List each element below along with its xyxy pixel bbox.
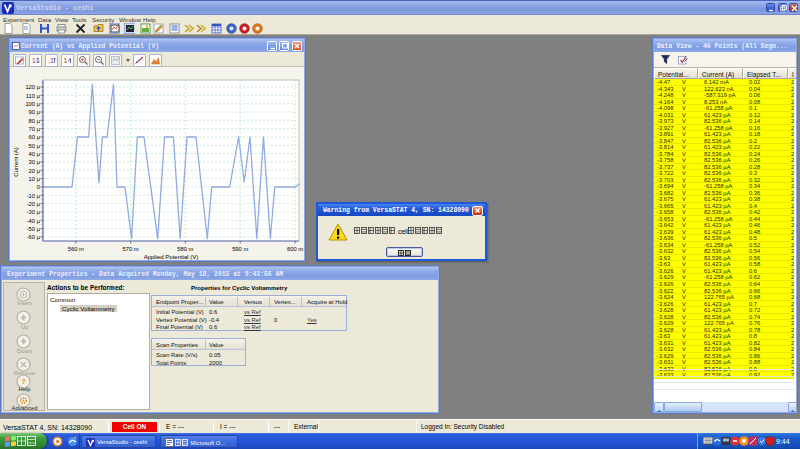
svg-text:30 µ: 30 µ bbox=[29, 159, 41, 165]
svg-text:20 µ: 20 µ bbox=[29, 168, 41, 174]
svg-text:70 µ: 70 µ bbox=[29, 126, 41, 132]
svg-text:-60 µ: -60 µ bbox=[27, 234, 41, 240]
svg-text:60 µ: 60 µ bbox=[29, 134, 41, 140]
svg-text:600 m: 600 m bbox=[287, 246, 303, 252]
svg-text:.1: .1 bbox=[48, 57, 54, 64]
svg-text:50 µ: 50 µ bbox=[29, 143, 41, 149]
svg-text:-20 µ: -20 µ bbox=[27, 201, 41, 207]
svg-text:120 µ: 120 µ bbox=[25, 84, 40, 90]
svg-text:570 m: 570 m bbox=[123, 246, 139, 252]
svg-text:0: 0 bbox=[37, 184, 40, 190]
svg-text:110 µ: 110 µ bbox=[26, 93, 41, 99]
svg-text:10 µ: 10 µ bbox=[29, 176, 41, 182]
svg-text:-10 µ: -10 µ bbox=[27, 193, 41, 199]
svg-text:-40 µ: -40 µ bbox=[27, 218, 41, 224]
svg-text:40 µ: 40 µ bbox=[29, 151, 41, 157]
svg-text:80 µ: 80 µ bbox=[29, 118, 41, 124]
svg-text:90 µ: 90 µ bbox=[29, 109, 41, 115]
svg-text:590 m: 590 m bbox=[232, 246, 248, 252]
svg-text:-30 µ: -30 µ bbox=[27, 209, 41, 215]
svg-text:100 µ: 100 µ bbox=[25, 101, 40, 107]
svg-text:?: ? bbox=[21, 377, 26, 386]
svg-text:580 m: 580 m bbox=[177, 246, 193, 252]
svg-text:Current (A): Current (A) bbox=[13, 147, 19, 177]
svg-text:-50 µ: -50 µ bbox=[27, 226, 41, 232]
svg-text:Applied Potential (V): Applied Potential (V) bbox=[144, 254, 199, 260]
svg-text:560 m: 560 m bbox=[68, 246, 84, 252]
